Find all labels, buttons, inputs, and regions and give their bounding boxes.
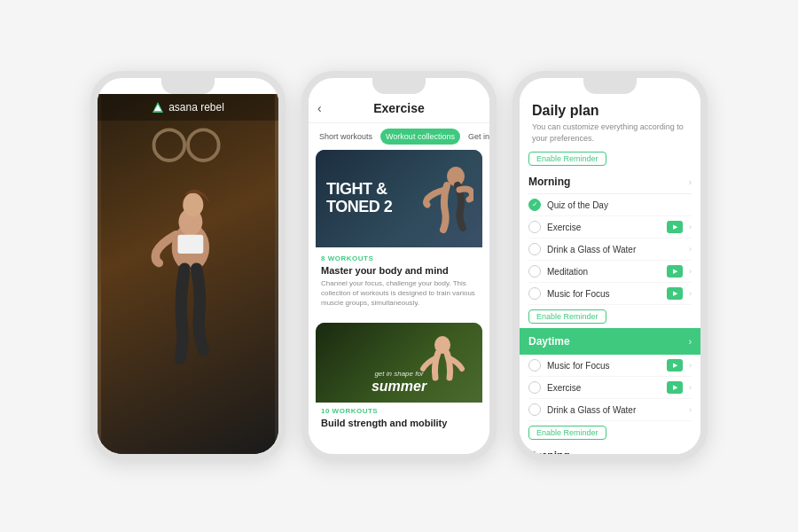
enable-reminder-daytime[interactable]: Enable Reminder: [528, 309, 606, 324]
workout-count-2: 10 WORKOUTS: [321, 407, 477, 415]
tab-get-in-shape[interactable]: Get in shape: [463, 129, 489, 145]
workout-scroll[interactable]: TIGHT & TONED 2 8 WORKOUTS Master your b…: [309, 150, 489, 454]
daily-plan-content: Enable Reminder Morning › ✓ Quiz of the …: [520, 147, 700, 454]
phone-1-header: asana rebel: [98, 94, 278, 121]
script-small: get in shape for: [325, 370, 473, 378]
tab-workout-collections[interactable]: Workout collections: [380, 129, 460, 145]
exercise-badge: ▶: [667, 221, 683, 233]
check-icon: ✓: [532, 201, 538, 208]
daytime-water-arrow: ›: [689, 405, 692, 414]
phone-1-notch: [161, 78, 215, 94]
morning-section-header[interactable]: Morning ›: [528, 170, 692, 194]
music-badge: ▶: [667, 287, 683, 300]
phone-3-notch: [583, 78, 637, 94]
workout-name-1: Master your body and mind: [321, 265, 477, 276]
workout-info-2: 10 WORKOUTS Build strength and mobility: [316, 403, 482, 435]
asana-rebel-logo: asana rebel: [152, 101, 224, 113]
water-check: [528, 243, 541, 255]
morning-item-exercise[interactable]: Exercise ▶ ›: [528, 216, 692, 239]
morning-item-water[interactable]: Drink a Glass of Water ›: [528, 239, 692, 261]
workout-name-2: Build strength and mobility: [321, 418, 477, 428]
daytime-music-check: [528, 359, 541, 372]
meditation-label: Meditation: [547, 267, 661, 277]
phone-3: Daily plan You can customize everything …: [512, 71, 708, 461]
evening-chevron: ›: [689, 451, 692, 454]
athlete-silhouette: [98, 94, 278, 454]
script-large: summer: [325, 379, 473, 394]
enable-reminder-morning[interactable]: Enable Reminder: [528, 152, 606, 166]
workout-count-1: 8 WORKOUTS: [321, 254, 477, 262]
badge-icon: ▶: [673, 223, 677, 231]
daytime-exercise-badge: ▶: [667, 381, 683, 394]
quiz-check: ✓: [528, 199, 541, 211]
daily-plan-subtitle: You can customize everything according t…: [532, 121, 688, 144]
tab-short-workouts[interactable]: Short workouts: [314, 129, 378, 145]
daytime-item-music[interactable]: Music for Focus ▶ ›: [528, 355, 692, 377]
logo-text: asana rebel: [168, 101, 224, 113]
evening-title: Evening: [528, 450, 570, 454]
daytime-exercise-label: Exercise: [547, 383, 661, 393]
quiz-label: Quiz of the Day: [547, 200, 692, 210]
music-focus-label: Music for Focus: [547, 289, 661, 299]
daytime-music-badge-icon: ▶: [673, 362, 677, 369]
exercise-check: [528, 221, 541, 233]
back-button[interactable]: ‹: [317, 101, 322, 115]
daytime-item-water[interactable]: Drink a Glass of Water ›: [528, 399, 692, 421]
phone-1-background: [98, 94, 278, 454]
workout-card-2[interactable]: get in shape for summer 10 WORKOUTS Buil…: [316, 323, 482, 435]
meditation-badge: ▶: [667, 265, 683, 278]
water-arrow: ›: [689, 245, 692, 254]
workout-title-overlay: TIGHT & TONED 2: [316, 150, 482, 247]
svg-point-7: [183, 193, 203, 217]
exercise-label: Exercise: [547, 223, 661, 232]
phone-2: ‹ Exercise Short workouts Workout collec…: [301, 71, 497, 461]
exercise-title: Exercise: [373, 101, 425, 115]
workout-info-1: 8 WORKOUTS Master your body and mind Cha…: [316, 247, 482, 316]
phone-2-header: ‹ Exercise: [309, 94, 489, 123]
workout-tight-toned: TIGHT & TONED 2: [326, 181, 392, 216]
daytime-exercise-check: [528, 381, 541, 394]
daytime-exercise-badge-icon: ▶: [673, 384, 677, 391]
daily-plan-header: Daily plan You can customize everything …: [520, 94, 700, 147]
daytime-section-header[interactable]: Daytime ›: [520, 328, 700, 355]
daytime-water-label: Drink a Glass of Water: [547, 405, 683, 415]
morning-chevron: ›: [689, 177, 692, 187]
daytime-water-check: [528, 403, 541, 416]
meditation-check: [528, 265, 541, 278]
morning-item-music[interactable]: Music for Focus ▶ ›: [528, 283, 692, 305]
svg-rect-8: [177, 235, 203, 254]
meditation-badge-icon: ▶: [673, 268, 677, 275]
morning-item-quiz[interactable]: ✓ Quiz of the Day: [528, 194, 692, 216]
exercise-arrow: ›: [689, 223, 692, 231]
evening-section-header[interactable]: Evening ›: [528, 444, 692, 454]
daytime-chevron: ›: [689, 337, 692, 347]
music-check: [528, 287, 541, 300]
workout-image-1: TIGHT & TONED 2: [316, 150, 482, 247]
workout-desc-1: Channel your focus, challenge your body.…: [321, 278, 477, 309]
workout-script-overlay: get in shape for summer: [325, 370, 473, 394]
meditation-arrow: ›: [689, 267, 692, 276]
morning-item-meditation[interactable]: Meditation ▶ ›: [528, 261, 692, 283]
enable-reminder-evening[interactable]: Enable Reminder: [528, 426, 606, 440]
daily-plan-title: Daily plan: [532, 103, 688, 119]
phone-1: asana rebel: [90, 71, 286, 461]
daytime-music-arrow: ›: [689, 361, 692, 370]
music-badge-icon: ▶: [673, 290, 677, 297]
logo-icon: [152, 101, 164, 113]
daytime-music-badge: ▶: [667, 359, 683, 372]
phone-2-notch: [372, 78, 426, 94]
phones-container: asana rebel: [73, 53, 725, 479]
daytime-music-label: Music for Focus: [547, 361, 661, 371]
daytime-item-exercise[interactable]: Exercise ▶ ›: [528, 377, 692, 399]
daytime-exercise-arrow: ›: [689, 383, 692, 392]
morning-title: Morning: [528, 176, 570, 188]
tab-bar: Short workouts Workout collections Get i…: [309, 123, 489, 150]
workout-card-1[interactable]: TIGHT & TONED 2 8 WORKOUTS Master your b…: [316, 150, 482, 316]
music-arrow: ›: [689, 289, 692, 298]
workout-image-2: get in shape for summer: [316, 323, 482, 403]
water-label: Drink a Glass of Water: [547, 245, 683, 254]
daytime-title: Daytime: [528, 335, 570, 348]
